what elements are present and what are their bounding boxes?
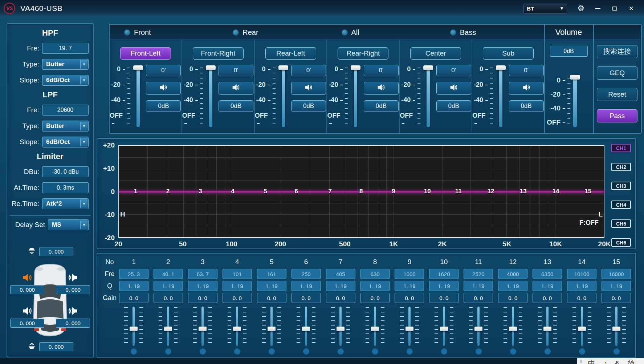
- channel-select-button[interactable]: Rear-Right: [338, 47, 388, 60]
- lpf-marker-label[interactable]: L: [598, 210, 603, 218]
- close-button[interactable]: ✕: [628, 5, 635, 12]
- band-gain-field[interactable]: 0. 0: [429, 293, 458, 303]
- band-fre-field[interactable]: 250: [292, 269, 321, 279]
- action-button[interactable]: 搜索连接: [597, 45, 637, 58]
- delay-front-right-field[interactable]: 0. 000: [56, 285, 90, 294]
- slider-track[interactable]: [236, 307, 238, 346]
- eq-band-marker[interactable]: 9: [392, 187, 395, 195]
- mute-button[interactable]: [436, 82, 471, 95]
- eq-band-marker[interactable]: 15: [584, 187, 591, 195]
- slider-handle[interactable]: [440, 327, 448, 331]
- gain-button[interactable]: 0dB: [509, 100, 544, 112]
- eq-band-marker[interactable]: 6: [294, 187, 298, 195]
- slider-handle[interactable]: [509, 327, 517, 331]
- gain-button[interactable]: 0dB: [146, 100, 181, 112]
- band-gain-slider[interactable]: [326, 307, 355, 355]
- mute-button[interactable]: [146, 82, 181, 95]
- band-q-field[interactable]: 1. 19: [223, 281, 252, 291]
- eq-band-marker[interactable]: 3: [199, 187, 202, 195]
- minimize-button[interactable]: [595, 5, 601, 12]
- channel-group-radio[interactable]: Front: [110, 25, 218, 40]
- band-fre-field[interactable]: 1620: [429, 269, 458, 279]
- band-q-field[interactable]: 1. 19: [429, 281, 458, 291]
- slider-track[interactable]: [270, 307, 273, 346]
- ime-toolbar[interactable]: ‖ 中♪&简: [577, 358, 644, 364]
- channel-group-radio[interactable]: All: [327, 25, 436, 40]
- slider-track[interactable]: [408, 307, 411, 346]
- eq-band-marker[interactable]: 7: [329, 187, 332, 195]
- band-q-field[interactable]: 1. 19: [567, 281, 596, 291]
- eq-band-marker[interactable]: 5: [264, 187, 267, 195]
- eq-band-marker[interactable]: 1: [134, 187, 137, 195]
- hpf-slope-select[interactable]: 6dB/Oct ▼: [42, 75, 89, 86]
- slider-handle[interactable]: [543, 327, 551, 331]
- band-gain-slider[interactable]: [360, 307, 390, 355]
- graph-channel-button[interactable]: CH4: [611, 201, 631, 209]
- band-gain-field[interactable]: 0. 0: [498, 293, 527, 303]
- band-gain-field[interactable]: 0. 0: [154, 293, 183, 303]
- band-gain-slider[interactable]: [257, 307, 286, 355]
- phase-button[interactable]: 0': [291, 65, 326, 76]
- channel-select-button[interactable]: Rear-Left: [265, 47, 316, 60]
- channel-select-button[interactable]: Sub: [483, 47, 534, 60]
- eq-band-marker[interactable]: 14: [552, 187, 559, 195]
- eq-band-marker[interactable]: 11: [455, 187, 462, 195]
- band-fre-field[interactable]: 16000: [602, 269, 631, 279]
- channel-fader-handle[interactable]: [206, 65, 216, 70]
- band-q-field[interactable]: 1. 19: [326, 281, 355, 291]
- channel-select-button[interactable]: Front-Right: [193, 47, 244, 60]
- slider-track[interactable]: [305, 307, 307, 346]
- band-q-field[interactable]: 1. 19: [498, 281, 527, 291]
- mute-button[interactable]: [291, 82, 326, 95]
- settings-gear-icon[interactable]: ⚙: [577, 4, 584, 12]
- band-fre-field[interactable]: 630: [360, 269, 390, 279]
- graph-channel-button[interactable]: CH2: [611, 163, 631, 171]
- band-q-field[interactable]: 1. 19: [533, 281, 562, 291]
- band-gain-slider[interactable]: [223, 307, 252, 355]
- volume-fader-track[interactable]: [573, 76, 577, 127]
- phase-button[interactable]: 0': [146, 65, 181, 76]
- delay-unit-select[interactable]: MS ▼: [48, 219, 89, 230]
- slider-handle[interactable]: [612, 327, 620, 331]
- gain-button[interactable]: 0dB: [364, 100, 399, 112]
- ime-drag-handle[interactable]: ‖: [580, 358, 582, 364]
- delay-center-field[interactable]: 0. 000: [39, 247, 73, 256]
- band-gain-field[interactable]: 0. 0: [326, 293, 355, 303]
- band-gain-slider[interactable]: [498, 307, 527, 355]
- phase-button[interactable]: 0': [436, 65, 471, 76]
- slider-handle[interactable]: [405, 327, 413, 331]
- slider-track[interactable]: [512, 307, 514, 346]
- ime-toolbar-item[interactable]: ♪: [603, 358, 607, 364]
- eq-band-marker[interactable]: 12: [487, 187, 494, 195]
- action-button[interactable]: Pass: [597, 109, 637, 122]
- mute-button[interactable]: [364, 82, 399, 95]
- slider-track[interactable]: [133, 307, 135, 346]
- band-gain-field[interactable]: 0. 0: [567, 293, 596, 303]
- band-q-field[interactable]: 1. 19: [154, 281, 183, 291]
- band-q-field[interactable]: 1. 19: [360, 281, 390, 291]
- graph-channel-button[interactable]: CH5: [611, 219, 631, 228]
- band-gain-slider[interactable]: [533, 307, 562, 355]
- eq-band-marker[interactable]: 10: [424, 187, 431, 195]
- slider-handle[interactable]: [302, 327, 310, 331]
- action-button[interactable]: Reset: [597, 88, 637, 101]
- band-gain-field[interactable]: 0. 0: [188, 293, 217, 303]
- channel-select-button[interactable]: Front-Left: [120, 47, 171, 60]
- band-gain-field[interactable]: 0. 0: [360, 293, 390, 303]
- gain-button[interactable]: 0dB: [436, 100, 471, 112]
- front-right-speaker-icon[interactable]: [68, 273, 78, 283]
- limiter-release-select[interactable]: Atk*2 ▼: [42, 198, 89, 209]
- band-gain-field[interactable]: 0. 0: [119, 293, 148, 303]
- channel-fader-track[interactable]: [427, 67, 430, 127]
- band-fre-field[interactable]: 405: [326, 269, 355, 279]
- rear-right-speaker-icon[interactable]: [68, 307, 78, 317]
- connection-select[interactable]: BT ▼: [523, 4, 567, 13]
- channel-select-button[interactable]: Center: [410, 47, 461, 60]
- band-gain-slider[interactable]: [464, 307, 493, 355]
- subwoofer-speaker-icon[interactable]: [27, 343, 36, 351]
- band-fre-field[interactable]: 101: [223, 269, 252, 279]
- phase-button[interactable]: 0': [219, 65, 253, 76]
- slider-handle[interactable]: [371, 327, 379, 331]
- slider-handle[interactable]: [578, 327, 586, 331]
- channel-fader-track[interactable]: [354, 67, 357, 127]
